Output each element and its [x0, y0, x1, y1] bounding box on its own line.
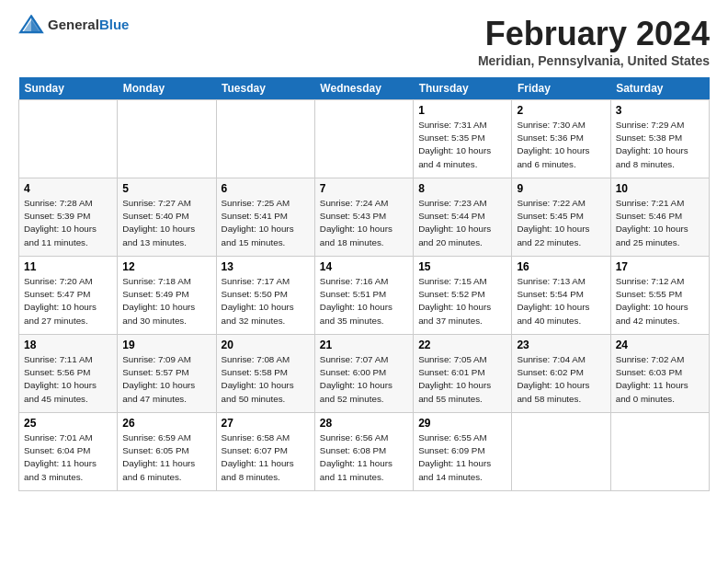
calendar-cell: 11Sunrise: 7:20 AM Sunset: 5:47 PM Dayli…: [19, 257, 118, 335]
calendar-cell: 2Sunrise: 7:30 AM Sunset: 5:36 PM Daylig…: [512, 100, 610, 178]
day-info: Sunrise: 7:05 AM Sunset: 6:01 PM Dayligh…: [418, 353, 506, 406]
calendar-cell: 13Sunrise: 7:17 AM Sunset: 5:50 PM Dayli…: [216, 257, 314, 335]
calendar-cell: 26Sunrise: 6:59 AM Sunset: 6:05 PM Dayli…: [118, 413, 216, 491]
day-info: Sunrise: 7:20 AM Sunset: 5:47 PM Dayligh…: [24, 275, 112, 327]
calendar-cell: 24Sunrise: 7:02 AM Sunset: 6:03 PM Dayli…: [610, 335, 709, 413]
day-number: 4: [24, 182, 112, 195]
day-info: Sunrise: 7:13 AM Sunset: 5:54 PM Dayligh…: [517, 275, 605, 327]
calendar-table: SundayMondayTuesdayWednesdayThursdayFrid…: [18, 77, 710, 491]
calendar-cell: 17Sunrise: 7:12 AM Sunset: 5:55 PM Dayli…: [610, 257, 709, 335]
day-info: Sunrise: 7:23 AM Sunset: 5:44 PM Dayligh…: [418, 197, 506, 249]
day-info: Sunrise: 7:30 AM Sunset: 5:36 PM Dayligh…: [517, 119, 605, 171]
calendar-cell: 15Sunrise: 7:15 AM Sunset: 5:52 PM Dayli…: [414, 257, 512, 335]
day-number: 6: [222, 182, 310, 195]
weekday-header-tuesday: Tuesday: [216, 77, 314, 100]
day-info: Sunrise: 7:04 AM Sunset: 6:02 PM Dayligh…: [517, 353, 605, 406]
day-number: 19: [122, 339, 210, 351]
logo-icon: [18, 15, 44, 35]
day-number: 7: [320, 182, 408, 195]
day-number: 29: [418, 417, 506, 430]
weekday-header-thursday: Thursday: [414, 77, 512, 100]
calendar-cell: 19Sunrise: 7:09 AM Sunset: 5:57 PM Dayli…: [118, 335, 216, 413]
day-info: Sunrise: 6:59 AM Sunset: 6:05 PM Dayligh…: [122, 431, 210, 484]
day-info: Sunrise: 7:16 AM Sunset: 5:51 PM Dayligh…: [320, 275, 408, 327]
calendar-week-4: 18Sunrise: 7:11 AM Sunset: 5:56 PM Dayli…: [19, 335, 710, 413]
day-info: Sunrise: 7:17 AM Sunset: 5:50 PM Dayligh…: [222, 275, 310, 327]
day-info: Sunrise: 7:29 AM Sunset: 5:38 PM Dayligh…: [616, 119, 704, 171]
calendar-cell: [118, 100, 216, 178]
day-number: 22: [418, 339, 506, 351]
calendar-cell: 4Sunrise: 7:28 AM Sunset: 5:39 PM Daylig…: [19, 178, 118, 257]
day-info: Sunrise: 7:12 AM Sunset: 5:55 PM Dayligh…: [616, 275, 704, 327]
calendar-cell: 22Sunrise: 7:05 AM Sunset: 6:01 PM Dayli…: [414, 335, 512, 413]
calendar-cell: 29Sunrise: 6:55 AM Sunset: 6:09 PM Dayli…: [414, 413, 512, 491]
day-number: 28: [320, 417, 408, 430]
day-info: Sunrise: 7:01 AM Sunset: 6:04 PM Dayligh…: [24, 431, 112, 484]
day-info: Sunrise: 7:21 AM Sunset: 5:46 PM Dayligh…: [616, 197, 704, 249]
day-number: 24: [616, 339, 704, 351]
calendar-cell: [19, 100, 118, 178]
day-info: Sunrise: 6:55 AM Sunset: 6:09 PM Dayligh…: [418, 431, 506, 484]
weekday-header-wednesday: Wednesday: [314, 77, 413, 100]
calendar-cell: [610, 413, 709, 491]
day-info: Sunrise: 6:56 AM Sunset: 6:08 PM Dayligh…: [320, 431, 408, 484]
calendar-cell: 16Sunrise: 7:13 AM Sunset: 5:54 PM Dayli…: [512, 257, 610, 335]
calendar-cell: 14Sunrise: 7:16 AM Sunset: 5:51 PM Dayli…: [314, 257, 413, 335]
day-number: 2: [517, 104, 605, 117]
day-number: 11: [24, 260, 112, 273]
calendar-cell: 28Sunrise: 6:56 AM Sunset: 6:08 PM Dayli…: [314, 413, 413, 491]
day-number: 1: [418, 104, 506, 117]
logo: GeneralBlue: [18, 15, 129, 35]
day-number: 21: [320, 339, 408, 351]
calendar-week-5: 25Sunrise: 7:01 AM Sunset: 6:04 PM Dayli…: [19, 413, 710, 491]
day-info: Sunrise: 7:11 AM Sunset: 5:56 PM Dayligh…: [24, 353, 112, 406]
calendar-cell: [512, 413, 610, 491]
weekday-header-row: SundayMondayTuesdayWednesdayThursdayFrid…: [19, 77, 710, 100]
weekday-header-saturday: Saturday: [610, 77, 709, 100]
calendar-cell: 3Sunrise: 7:29 AM Sunset: 5:38 PM Daylig…: [610, 100, 709, 178]
calendar-cell: 12Sunrise: 7:18 AM Sunset: 5:49 PM Dayli…: [118, 257, 216, 335]
day-info: Sunrise: 7:28 AM Sunset: 5:39 PM Dayligh…: [24, 197, 112, 249]
day-number: 12: [122, 260, 210, 273]
weekday-header-monday: Monday: [118, 77, 216, 100]
logo-text: GeneralBlue: [48, 17, 129, 33]
calendar-cell: 6Sunrise: 7:25 AM Sunset: 5:41 PM Daylig…: [216, 178, 314, 257]
calendar-cell: 18Sunrise: 7:11 AM Sunset: 5:56 PM Dayli…: [19, 335, 118, 413]
month-title: February 2024: [478, 15, 710, 53]
title-area: February 2024 Meridian, Pennsylvania, Un…: [478, 15, 710, 68]
day-number: 25: [24, 417, 112, 430]
calendar-cell: 27Sunrise: 6:58 AM Sunset: 6:07 PM Dayli…: [216, 413, 314, 491]
day-info: Sunrise: 6:58 AM Sunset: 6:07 PM Dayligh…: [222, 431, 310, 484]
day-number: 17: [616, 260, 704, 273]
day-number: 3: [616, 104, 704, 117]
weekday-header-friday: Friday: [512, 77, 610, 100]
day-number: 9: [517, 182, 605, 195]
day-info: Sunrise: 7:24 AM Sunset: 5:43 PM Dayligh…: [320, 197, 408, 249]
day-info: Sunrise: 7:02 AM Sunset: 6:03 PM Dayligh…: [616, 353, 704, 406]
day-number: 14: [320, 260, 408, 273]
day-number: 18: [24, 339, 112, 351]
day-info: Sunrise: 7:15 AM Sunset: 5:52 PM Dayligh…: [418, 275, 506, 327]
day-info: Sunrise: 7:18 AM Sunset: 5:49 PM Dayligh…: [122, 275, 210, 327]
calendar-cell: 10Sunrise: 7:21 AM Sunset: 5:46 PM Dayli…: [610, 178, 709, 257]
calendar-cell: 8Sunrise: 7:23 AM Sunset: 5:44 PM Daylig…: [414, 178, 512, 257]
day-number: 26: [122, 417, 210, 430]
day-number: 15: [418, 260, 506, 273]
day-number: 16: [517, 260, 605, 273]
day-info: Sunrise: 7:27 AM Sunset: 5:40 PM Dayligh…: [122, 197, 210, 249]
calendar-cell: 7Sunrise: 7:24 AM Sunset: 5:43 PM Daylig…: [314, 178, 413, 257]
calendar-cell: 23Sunrise: 7:04 AM Sunset: 6:02 PM Dayli…: [512, 335, 610, 413]
day-number: 8: [418, 182, 506, 195]
calendar-week-2: 4Sunrise: 7:28 AM Sunset: 5:39 PM Daylig…: [19, 178, 710, 257]
day-info: Sunrise: 7:08 AM Sunset: 5:58 PM Dayligh…: [222, 353, 310, 406]
calendar-cell: 20Sunrise: 7:08 AM Sunset: 5:58 PM Dayli…: [216, 335, 314, 413]
location-subtitle: Meridian, Pennsylvania, United States: [478, 53, 710, 68]
day-number: 5: [122, 182, 210, 195]
calendar-cell: 25Sunrise: 7:01 AM Sunset: 6:04 PM Dayli…: [19, 413, 118, 491]
day-number: 27: [222, 417, 310, 430]
calendar-week-1: 1Sunrise: 7:31 AM Sunset: 5:35 PM Daylig…: [19, 100, 710, 178]
calendar-cell: 9Sunrise: 7:22 AM Sunset: 5:45 PM Daylig…: [512, 178, 610, 257]
weekday-header-sunday: Sunday: [19, 77, 118, 100]
day-info: Sunrise: 7:09 AM Sunset: 5:57 PM Dayligh…: [122, 353, 210, 406]
day-number: 20: [222, 339, 310, 351]
